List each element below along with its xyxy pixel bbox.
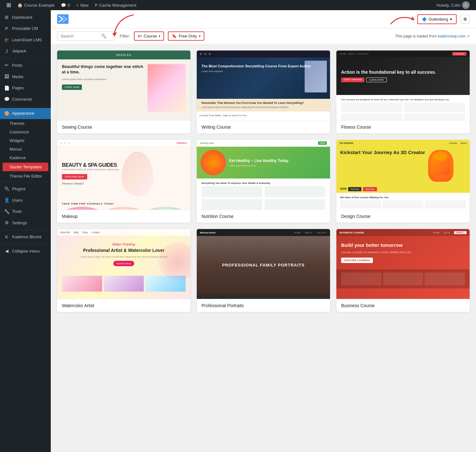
kadencewp-link[interactable]: kadencewp.com ↗: [438, 34, 470, 38]
watercolor-content: Water Painting Professional Artist & Wat…: [62, 242, 186, 266]
writing-hero: The Most Comprehensive Storytelling Cour…: [197, 57, 330, 99]
sidebar-item-widgets[interactable]: Widgets: [0, 136, 51, 145]
design-label: Design Course: [336, 210, 470, 223]
wp-logo-item[interactable]: ⊞: [3, 0, 14, 10]
template-image-fitness: HOME ABOUT COURSES CONTACT Action is the…: [336, 51, 470, 120]
watercolor-cta-btn: Explore Now: [113, 261, 134, 266]
beauty-hero: BEAUTY & SPA GUIDES Lorem ipsum dolor si…: [57, 147, 190, 201]
site-name-item[interactable]: 🏠 Course Example: [14, 0, 58, 10]
template-image-sewing: NEEDLES Beautiful things come together o…: [57, 51, 190, 120]
free-filter-dropdown[interactable]: 🔖 Free Only ▾: [168, 31, 204, 41]
fitness-label: Fitness Course: [336, 120, 470, 133]
business-features: [341, 273, 465, 285]
sidebar-item-theme-file-editor[interactable]: Theme File Editor: [0, 172, 51, 180]
sidebar-item-media[interactable]: 🖼 Media: [0, 71, 51, 83]
template-card-nutrition[interactable]: healthy diet JOIN Eat Healthy – Live Hea…: [197, 140, 330, 223]
template-card-portraits[interactable]: Monica Rose HOME ABOUT GALLERY PROFESSIO…: [197, 229, 330, 312]
watercolor-nav-shop: Shop: [83, 231, 88, 233]
sidebar-label-posts: Posts: [12, 63, 23, 68]
sidebar-item-pressable[interactable]: P Pressable CM: [0, 23, 51, 35]
sidebar-item-kadence-blocks[interactable]: K Kadence Blocks: [0, 232, 51, 243]
business-title: Build your better tomorrow: [341, 242, 465, 248]
menu-separator-3: [0, 182, 51, 182]
appearance-icon: 🎨: [4, 111, 10, 117]
beauty-thumb-3: [145, 207, 186, 210]
learndash-icon: 🎓: [4, 37, 10, 43]
sewing-thumbnails: [57, 120, 190, 120]
fitness-title: Action is the foundational key to all su…: [341, 70, 436, 75]
business-hero: Build your better tomorrow ONLINE CLASSE…: [336, 236, 470, 269]
fitness-btn-start: START TRAINING: [341, 78, 364, 82]
menu-separator-1: [0, 58, 51, 58]
sidebar-item-kadence[interactable]: Kadence: [0, 153, 51, 162]
watercolor-nav-blog: Blog: [74, 231, 78, 233]
business-bottom: [336, 269, 470, 288]
howdy-text[interactable]: Howdy, Colin C: [433, 1, 473, 9]
menu-separator-5: [0, 244, 51, 244]
sidebar-item-comments[interactable]: 💬 Comments: [0, 94, 51, 105]
sidebar-item-learndash[interactable]: 🎓 LearnDash LMS: [0, 34, 51, 46]
search-input[interactable]: [61, 34, 99, 38]
nutrition-item-1: [202, 186, 262, 197]
sidebar-item-appearance[interactable]: 🎨 Appearance: [0, 108, 51, 119]
course-filter-dropdown[interactable]: 🏷 Course ▾: [134, 31, 164, 41]
design-mascot: [428, 150, 453, 182]
sidebar-label-appearance: Appearance: [12, 111, 34, 116]
makeup-label-text: Makeup: [62, 214, 78, 219]
cache-item[interactable]: P Cache Management: [92, 0, 140, 10]
sidebar-item-plugins[interactable]: 🔌 Plugins: [0, 183, 51, 195]
nutrition-hero: Eat Healthy – Live Healthy Today Lorem i…: [197, 147, 330, 179]
sidebar-item-posts[interactable]: ✏ Posts: [0, 60, 51, 71]
free-filter-label: Free Only: [179, 34, 197, 38]
kadencewp-notice: This page is loaded from kadencewp.com ↗: [395, 34, 470, 38]
sidebar-item-starter-templates[interactable]: Starter Templates: [3, 163, 48, 171]
template-card-sewing[interactable]: NEEDLES Beautiful things come together o…: [57, 51, 190, 133]
design-bottom-title: We Have A Free Lesson Waiting For You: [340, 196, 466, 199]
comments-item[interactable]: 💬 0: [58, 0, 73, 10]
sewing-header: NEEDLES: [57, 51, 190, 59]
menu-separator-2: [0, 106, 51, 107]
sidebar-item-tools[interactable]: 🔧 Tools: [0, 206, 51, 218]
template-card-makeup[interactable]: CONTACT BEAUTY & SPA GUIDES Lorem ipsum …: [57, 140, 190, 223]
sidebar-item-themes[interactable]: Themes: [0, 119, 51, 128]
writing-label-text: Writing Course: [202, 125, 231, 130]
sidebar-label-collapse: Collapse menu: [12, 248, 40, 254]
writing-nav-item-2: [204, 53, 206, 55]
sidebar-item-pages[interactable]: 📄 Pages: [0, 83, 51, 94]
sidebar-item-menus[interactable]: Menus: [0, 145, 51, 153]
template-card-watercolor[interactable]: About Me Blog Shop Contact Water Paintin…: [57, 229, 190, 312]
sidebar-item-collapse[interactable]: ◀ Collapse menu: [0, 246, 51, 257]
bookmark-icon: 🔖: [172, 34, 177, 38]
sewing-sub: Lorem ipsum dolor sit amet consectetur: [62, 78, 145, 81]
sidebar-item-customize[interactable]: Customize: [0, 128, 51, 136]
sidebar-item-users[interactable]: 👤 Users: [0, 195, 51, 206]
design-button-row: $299 Try Free Buy Now: [336, 186, 470, 193]
new-item[interactable]: + New: [73, 0, 92, 10]
sidebar-label-jetpack: Jetpack: [12, 48, 26, 54]
template-card-design[interactable]: 3D DESIGN Courses About Kickstart Your J…: [336, 140, 470, 223]
settings-icon: ⚙: [4, 220, 10, 226]
business-feature-2: [383, 273, 423, 285]
template-card-fitness[interactable]: HOME ABOUT COURSES CONTACT Action is the…: [336, 51, 470, 133]
business-nav-blog: BLOG: [444, 232, 450, 234]
template-card-business[interactable]: BUSINESS COURSE HOME BLOG ENROLL Build y…: [336, 229, 470, 312]
plus-icon: +: [76, 3, 79, 8]
tag-icon: 🏷: [138, 34, 142, 38]
design-feature-2: [382, 200, 423, 208]
howdy-label: Howdy, Colin: [436, 3, 460, 8]
beauty-thumb-1: [62, 207, 102, 210]
sidebar-item-dashboard[interactable]: ⊞ Dashboard: [0, 12, 51, 23]
sidebar-label-pages: Pages: [12, 85, 24, 91]
course-filter-label: Course: [144, 34, 157, 38]
media-icon: 🖼: [4, 74, 10, 80]
template-card-writing[interactable]: The Most Comprehensive Storytelling Cour…: [197, 51, 330, 133]
gutenberg-button[interactable]: 🔷 Gutenberg ▾: [417, 14, 457, 24]
writing-title: The Most Comprehensive Storytelling Cour…: [202, 64, 325, 68]
fitness-cta: START TRAINING LEARN MORE: [341, 78, 436, 82]
settings-button[interactable]: ⚙: [461, 15, 470, 24]
portraits-logo: Monica Rose: [200, 231, 215, 234]
new-label: New: [80, 3, 89, 8]
sidebar-item-jetpack[interactable]: J Jetpack: [0, 46, 51, 57]
fitness-grid-item-2: [404, 103, 465, 112]
sidebar-item-settings[interactable]: ⚙ Settings: [0, 217, 51, 229]
